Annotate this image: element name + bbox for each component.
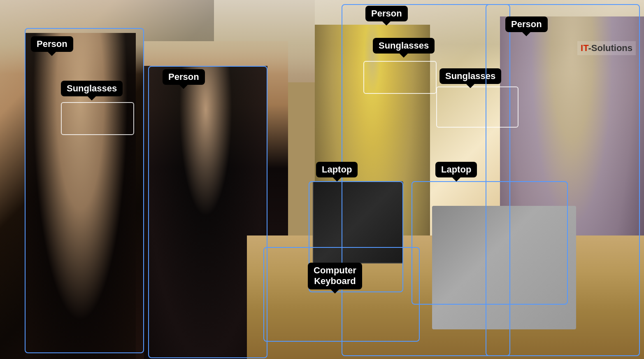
- person-left: [25, 33, 136, 359]
- logo-rest: -Solutions: [588, 43, 632, 53]
- laptop-screen-left: [313, 181, 403, 263]
- scene-container: Person Sunglasses Person Person Sunglass…: [0, 0, 644, 359]
- logo: IT-Solutions: [577, 41, 636, 55]
- logo-it: IT: [581, 43, 588, 53]
- laptop-screen-right: [432, 206, 576, 329]
